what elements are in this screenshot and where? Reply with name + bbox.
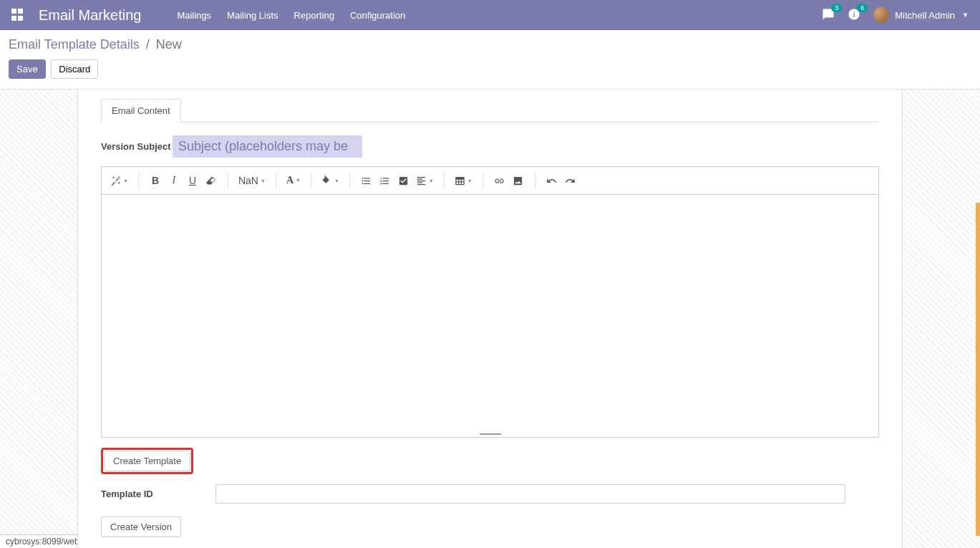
caret-down-icon: ▼: [962, 11, 969, 19]
editor-body[interactable]: [102, 195, 878, 431]
undo-icon[interactable]: [543, 171, 561, 190]
form-sheet: Email Content Version Subject B I U: [77, 90, 903, 548]
link-icon[interactable]: [490, 171, 509, 190]
cp-buttons: Save Discard: [9, 59, 971, 79]
highlight-annotation: Create Template: [101, 448, 193, 474]
font-color-icon[interactable]: A: [283, 171, 304, 190]
underline-icon[interactable]: U: [183, 171, 202, 190]
control-panel: Email Template Details / New Save Discar…: [0, 30, 980, 90]
nav-mailings[interactable]: Mailings: [177, 10, 211, 21]
breadcrumb: Email Template Details / New: [9, 37, 971, 52]
row-template-id: Template ID: [101, 484, 879, 504]
messages-badge: 3: [831, 4, 842, 12]
row-version-subject: Version Subject: [101, 135, 879, 158]
bold-icon[interactable]: B: [146, 171, 165, 190]
create-version-button[interactable]: Create Version: [101, 516, 181, 537]
nav-mailing-lists[interactable]: Mailing Lists: [227, 10, 278, 21]
messages-icon[interactable]: 3: [822, 8, 835, 23]
form-view: Email Content Version Subject B I U: [0, 90, 980, 548]
sys-icons: 3 6 Mitchell Admin ▼: [822, 7, 969, 23]
nav: Mailings Mailing Lists Reporting Configu…: [177, 10, 405, 21]
apps-icon[interactable]: [11, 9, 24, 21]
save-button[interactable]: Save: [9, 59, 46, 79]
align-icon[interactable]: [413, 171, 437, 190]
resize-handle[interactable]: [102, 431, 878, 437]
discard-button[interactable]: Discard: [51, 59, 98, 79]
breadcrumb-current: New: [156, 37, 182, 52]
avatar: [873, 7, 889, 23]
user-menu[interactable]: Mitchell Admin ▼: [873, 7, 969, 23]
subject-input[interactable]: [173, 135, 362, 158]
bg-left: [0, 90, 77, 548]
tab-email-content[interactable]: Email Content: [101, 99, 181, 122]
label-template-id: Template ID: [101, 489, 215, 499]
breadcrumb-parent[interactable]: Email Template Details: [9, 37, 140, 52]
list-ul-icon[interactable]: [357, 171, 376, 190]
eraser-icon[interactable]: [202, 171, 220, 190]
table-icon[interactable]: [452, 171, 475, 190]
redo-icon[interactable]: [561, 171, 580, 190]
nav-configuration[interactable]: Configuration: [350, 10, 405, 21]
user-name: Mitchell Admin: [895, 10, 955, 21]
tabs: Email Content: [101, 98, 879, 122]
italic-icon[interactable]: I: [165, 171, 183, 190]
editor-toolbar: B I U NaN A: [102, 167, 878, 195]
checklist-icon[interactable]: [394, 171, 413, 190]
topbar: Email Marketing Mailings Mailing Lists R…: [0, 0, 980, 30]
create-template-button[interactable]: Create Template: [104, 451, 190, 471]
magic-icon[interactable]: [107, 171, 131, 190]
font-size-dropdown[interactable]: NaN: [236, 171, 268, 190]
label-version-subject: Version Subject: [101, 141, 173, 152]
breadcrumb-sep: /: [143, 37, 152, 52]
nav-reporting[interactable]: Reporting: [294, 10, 334, 21]
activities-icon[interactable]: 6: [848, 8, 860, 23]
template-id-input[interactable]: [215, 484, 845, 504]
rich-text-editor: B I U NaN A: [101, 166, 879, 438]
list-ol-icon[interactable]: [376, 171, 394, 190]
annotation-marker: [976, 203, 980, 536]
activities-badge: 6: [857, 4, 868, 12]
bg-color-icon[interactable]: [319, 171, 342, 190]
image-icon[interactable]: [509, 171, 528, 190]
bg-right: [903, 90, 980, 548]
app-title[interactable]: Email Marketing: [39, 7, 141, 24]
